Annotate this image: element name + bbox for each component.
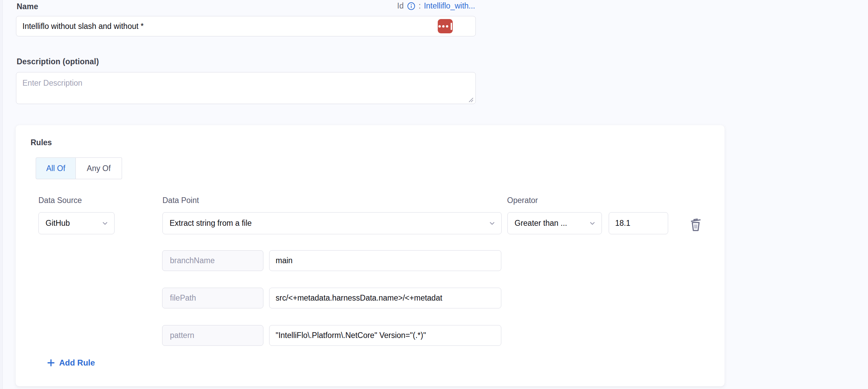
chevron-down-icon bbox=[488, 220, 496, 227]
param-key-branchname: branchName bbox=[162, 250, 263, 271]
data-source-label: Data Source bbox=[38, 196, 82, 205]
param-value-branchname-input[interactable] bbox=[269, 250, 501, 271]
description-textarea[interactable] bbox=[16, 72, 476, 104]
id-row: Id : Intelliflo_with... bbox=[397, 1, 475, 11]
operator-label: Operator bbox=[507, 196, 538, 205]
toggle-all-of[interactable]: All Of bbox=[36, 157, 76, 179]
data-source-select[interactable]: GitHub bbox=[38, 212, 115, 234]
param-value-pattern-input[interactable] bbox=[269, 325, 501, 346]
chevron-down-icon bbox=[101, 220, 109, 227]
param-key-pattern: pattern bbox=[162, 325, 263, 346]
delete-rule-button[interactable] bbox=[687, 214, 705, 234]
add-rule-button[interactable]: Add Rule bbox=[46, 358, 95, 368]
data-source-value: GitHub bbox=[46, 219, 70, 228]
info-icon[interactable] bbox=[407, 2, 416, 11]
param-value-filepath-input[interactable] bbox=[269, 288, 501, 308]
operator-value-input[interactable] bbox=[609, 212, 668, 234]
drawer-edge bbox=[0, 0, 3, 389]
add-rule-label: Add Rule bbox=[59, 358, 95, 368]
id-value[interactable]: Intelliflo_with... bbox=[424, 1, 475, 11]
description-label: Description (optional) bbox=[17, 57, 99, 66]
password-manager-autofill-icon[interactable] bbox=[438, 19, 453, 33]
match-type-toggle: All Of Any Of bbox=[36, 157, 122, 179]
dot bbox=[442, 25, 445, 28]
id-colon: : bbox=[419, 1, 421, 11]
data-point-label: Data Point bbox=[162, 196, 199, 205]
operator-select[interactable]: Greater than ... bbox=[507, 212, 602, 234]
dot bbox=[438, 25, 441, 28]
toggle-any-of[interactable]: Any Of bbox=[76, 157, 122, 179]
rules-title: Rules bbox=[31, 138, 52, 147]
name-input[interactable] bbox=[16, 16, 476, 36]
trash-icon bbox=[688, 216, 704, 233]
chevron-down-icon bbox=[589, 220, 596, 227]
data-point-select[interactable]: Extract string from a file bbox=[162, 212, 502, 234]
plus-icon bbox=[46, 358, 56, 368]
text-caret bbox=[451, 23, 452, 30]
dot bbox=[446, 25, 448, 28]
operator-value: Greater than ... bbox=[515, 219, 567, 228]
name-label: Name bbox=[17, 2, 38, 11]
id-label: Id bbox=[397, 1, 404, 11]
data-point-value: Extract string from a file bbox=[170, 219, 252, 228]
param-key-filepath: filePath bbox=[162, 288, 263, 308]
